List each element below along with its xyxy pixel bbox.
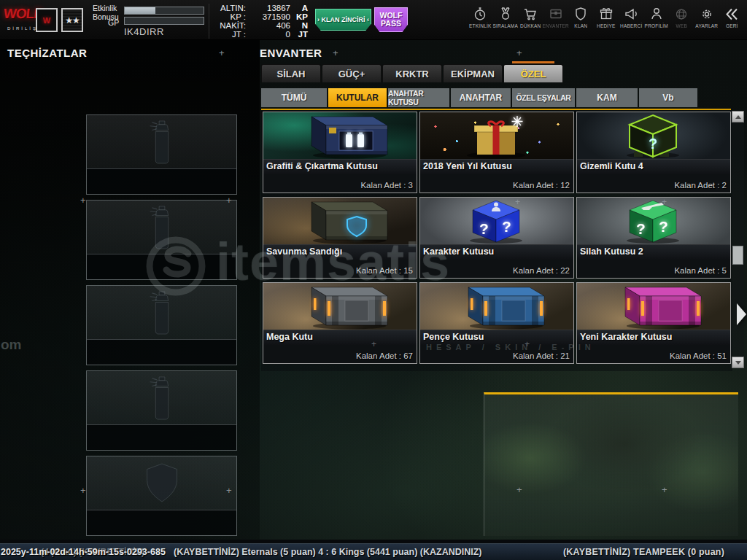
item-count: Kalan Adet : 15 xyxy=(263,260,417,278)
subtab-kam[interactable]: KAM xyxy=(576,88,638,107)
nav-label: HABERCİ xyxy=(620,23,642,28)
item-count: Kalan Adet : 5 xyxy=(577,260,730,278)
plus-marker: + xyxy=(80,195,86,205)
equipment-slot-5[interactable] xyxy=(86,456,237,536)
subtab-anahtar-kutusu[interactable]: ANAHTAR KUTUSU xyxy=(388,88,449,107)
svg-text:?: ? xyxy=(502,218,511,235)
currency-value: 406 xyxy=(246,21,290,30)
equipment-slot-1[interactable] xyxy=(86,114,237,195)
subtab-anahtar[interactable]: ANAHTAR xyxy=(451,88,511,107)
spray-icon xyxy=(87,115,236,168)
item-card-karakter-kutusu[interactable]: ?? Karakter Kutusu Kalan Adet : 22 xyxy=(419,197,574,279)
status-center-text: (KAYBETTİNİZ) Eternals (5 puan) 4 : 6 Ki… xyxy=(174,547,482,557)
equipment-slot-2[interactable] xyxy=(86,200,237,280)
inventory-tabs: SİLAHGÜÇ+KRKTREKİPMANÖZEL xyxy=(261,64,563,82)
plus-marker: + xyxy=(226,486,232,495)
nav-label: WEB xyxy=(676,23,687,28)
currency-unit: N xyxy=(290,21,308,30)
item-name: Silah Kutusu 2 xyxy=(577,244,730,260)
item-count: Kalan Adet : 12 xyxy=(420,174,573,192)
gp-bar xyxy=(124,17,204,25)
scroll-up-button[interactable] xyxy=(732,111,744,122)
item-name: Mega Kutu xyxy=(263,330,417,345)
spray-icon xyxy=(87,371,236,424)
tab-güç+[interactable]: GÜÇ+ xyxy=(322,64,382,82)
item-name: 2018 Yeni Yıl Kutusu xyxy=(420,159,573,174)
tab-eki-pman[interactable]: EKİPMAN xyxy=(443,64,503,82)
spray-icon xyxy=(87,201,236,254)
currency-unit: A xyxy=(290,4,308,12)
item-count: Kalan Adet : 21 xyxy=(420,345,573,363)
nav-label: PROFİLİM xyxy=(645,23,668,28)
svg-text:?: ? xyxy=(649,136,657,152)
item-card-savunma-sandığı[interactable]: Savunma Sandığı Kalan Adet : 15 xyxy=(263,197,417,279)
subtab-özel-eşyalar[interactable]: ÖZEL EŞYALAR xyxy=(512,88,575,107)
item-card-pençe-kutusu[interactable]: Pençe Kutusu Kalan Adet : 21 xyxy=(419,282,574,364)
scroll-thumb[interactable] xyxy=(732,246,743,265)
currency-row: JT : 0 JT xyxy=(214,30,308,39)
currency-label: ALTIN: xyxy=(214,4,246,12)
nav-dükkan[interactable]: DÜKKAN xyxy=(518,7,543,39)
item-card-grafiti-çıkartma-kutusu[interactable]: Grafiti & Çıkartma Kutusu Kalan Adet : 3 xyxy=(263,112,417,193)
subtab-tümü[interactable]: TÜMÜ xyxy=(261,88,327,107)
slot-label-strip xyxy=(87,510,236,535)
plus-marker: + xyxy=(662,197,667,207)
slot-label-strip xyxy=(87,339,236,365)
nav-label: AYARLAR xyxy=(695,23,718,28)
item-card-2018-yeni-yıl-kutusu[interactable]: 2018 Yeni Yıl Kutusu Kalan Adet : 12 xyxy=(419,112,574,193)
scroll-down-button[interactable] xyxy=(732,357,744,368)
subtab-vb[interactable]: Vb xyxy=(639,88,697,107)
item-image: ? xyxy=(577,112,730,159)
item-name: Gizemli Kutu 4 xyxy=(577,159,730,174)
plus-marker: + xyxy=(226,195,232,205)
wolf-pass-button[interactable]: WOLF PASS xyxy=(374,7,408,32)
globe-icon xyxy=(674,7,689,21)
tab-özel[interactable]: ÖZEL xyxy=(503,64,563,82)
plus-marker: + xyxy=(525,339,530,349)
nav-hedi-ye[interactable]: HEDİYE xyxy=(594,7,619,39)
currency-value: 0 xyxy=(246,30,290,39)
nav-profi-li-m[interactable]: PROFİLİM xyxy=(644,7,670,39)
status-right-text: (KAYBETTİNİZ) TEAMPEEK (0 puan) xyxy=(563,547,724,557)
page-forward-arrow[interactable] xyxy=(737,299,747,331)
item-card-gizemli-kutu-4[interactable]: ? Gizemli Kutu 4 Kalan Adet : 2 xyxy=(576,112,731,193)
item-grid: Grafiti & Çıkartma Kutusu Kalan Adet : 3… xyxy=(263,112,732,364)
tab-krktr[interactable]: KRKTR xyxy=(382,64,442,82)
plus-marker: + xyxy=(516,48,522,58)
plus-marker: + xyxy=(515,197,520,207)
inventory-subtabs: TÜMÜKUTULARANAHTAR KUTUSUANAHTARÖZEL EŞY… xyxy=(261,88,697,107)
medal-icon xyxy=(498,7,513,21)
down-arrow-icon xyxy=(735,361,741,365)
nav-label: DÜKKAN xyxy=(520,23,541,28)
plus-marker: + xyxy=(80,486,86,495)
item-card-yeni-karakter-kutusu[interactable]: Yeni Karakter Kutusu Kalan Adet : 51 xyxy=(576,282,731,364)
item-card-silah-kutusu-2[interactable]: ?? Silah Kutusu 2 Kalan Adet : 5 xyxy=(576,197,731,279)
preview-panel: + + xyxy=(484,392,738,536)
nav-ayarlar[interactable]: AYARLAR xyxy=(694,7,720,39)
currency-value: 371590 xyxy=(246,12,290,21)
equipment-slot-3[interactable] xyxy=(86,285,237,365)
nav-label: KLAN xyxy=(574,23,587,28)
subtab-kutular[interactable]: KUTULAR xyxy=(328,88,387,107)
nav-label: HEDİYE xyxy=(597,23,615,28)
tab-si-lah[interactable]: SİLAH xyxy=(261,64,321,82)
nav-envanter[interactable]: ENVANTER xyxy=(543,7,569,39)
nav-geri-[interactable]: GERİ xyxy=(719,7,745,39)
nav-haberci-[interactable]: HABERCİ xyxy=(619,7,644,39)
item-image xyxy=(420,283,573,330)
currency-row: NAKİT: 406 N xyxy=(214,21,308,30)
gp-label: GP xyxy=(108,18,119,27)
equipment-slot-4[interactable] xyxy=(86,370,237,451)
nav-etki-nli-k[interactable]: ETKİNLİK xyxy=(468,7,493,39)
equipment-panel: TEÇHİZATLAR + ++++ xyxy=(0,40,260,540)
nav-klan[interactable]: KLAN xyxy=(568,7,594,39)
nav-siralama[interactable]: SIRALAMA xyxy=(493,7,519,39)
chest-icon xyxy=(549,7,563,21)
item-name: Karakter Kutusu xyxy=(420,244,573,260)
nav-web[interactable]: WEB xyxy=(669,7,694,39)
svg-text:?: ? xyxy=(479,220,489,237)
item-card-mega-kutu[interactable]: Mega Kutu Kalan Adet : 67 xyxy=(263,282,417,364)
klan-zinciri-button[interactable]: › KLAN ZİNCİRİ ‹ xyxy=(315,9,371,31)
status-bar: (4 puan) (KAYBETTİNİZ) 2025y-11m-02d-14h… xyxy=(0,543,747,560)
item-name: Savunma Sandığı xyxy=(263,244,417,260)
